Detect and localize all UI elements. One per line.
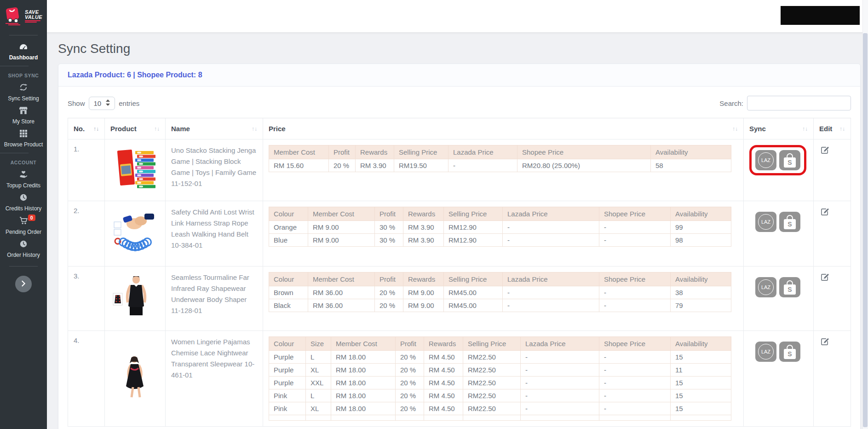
variant-value: Pink	[269, 402, 306, 415]
jenga-product-image	[111, 145, 159, 195]
variant-value: RM45.00	[444, 299, 503, 312]
price-table: ColourMember CostProfitRewardsSelling Pr…	[269, 207, 731, 247]
sidebar-item-order-history[interactable]: Order History	[0, 240, 47, 258]
variant-value: RM45.00	[444, 286, 503, 299]
variant-value: 20 %	[375, 286, 403, 299]
variant-value: -	[503, 234, 599, 247]
variant-value: RM 18.00	[331, 351, 396, 364]
variant-value	[396, 415, 424, 421]
variant-value: 38	[671, 286, 731, 299]
variant-value: RM 18.00	[331, 389, 396, 402]
sidebar-item-my-store[interactable]: My Store	[0, 107, 47, 125]
divider	[0, 66, 29, 66]
variant-value: L	[306, 389, 331, 402]
bag-body: S	[784, 284, 796, 295]
variant-value: -	[448, 159, 517, 172]
sync-buttons: LAZS	[749, 207, 806, 237]
app-logo[interactable]: SAVE VALUE	[0, 0, 47, 32]
variant-value: Blue	[269, 234, 308, 247]
sidebar-collapse-button[interactable]	[15, 276, 32, 292]
variant-value: -	[599, 299, 671, 312]
product-name-cell: Uno Stacko Stacking Jenga Game | Stackin…	[165, 139, 263, 201]
edit-button[interactable]	[819, 272, 830, 284]
variant-value: 58	[651, 159, 731, 172]
lazada-sync-button[interactable]: LAZ	[755, 277, 776, 297]
hand-heart-icon	[19, 170, 28, 180]
shopee-bag-icon: S	[784, 153, 796, 168]
column-header-product[interactable]: Product↑↓	[104, 118, 165, 139]
sidebar-item-pending-order[interactable]: 0Pending Order	[0, 217, 47, 235]
sync-buttons: LAZS	[749, 336, 806, 367]
variant-value: RM 9.00	[403, 299, 444, 312]
page-size-select[interactable]: 10	[89, 97, 115, 110]
sidebar-item-browse-product[interactable]: Browse Product	[0, 130, 47, 148]
column-header-label: Price	[269, 125, 286, 133]
store-icon	[19, 107, 28, 116]
edit-cell	[813, 139, 851, 201]
bag-body: S	[784, 349, 796, 359]
edit-button[interactable]	[819, 145, 830, 157]
column-header-edit[interactable]: Edit↑↓	[813, 118, 851, 139]
variant-row: PurpleXLRM 18.0020 %RM 4.50RM22.50--11	[269, 364, 731, 377]
shopee-sync-button[interactable]: S	[779, 150, 800, 170]
sidebar-item-credits-history[interactable]: Credits History	[0, 194, 47, 212]
sidebar: SAVE VALUE DashboardSHOP SYNCSync Settin…	[0, 0, 47, 429]
price-col-rewards: Rewards	[356, 145, 394, 159]
variant-value: 20 %	[396, 377, 424, 389]
column-header-label: Product	[110, 125, 137, 133]
sidebar-item-label: Browse Product	[0, 141, 47, 148]
variant-row-clipped	[269, 415, 731, 421]
price-col-availability: Availability	[671, 337, 731, 351]
lazada-sync-button[interactable]: LAZ	[755, 150, 776, 170]
sidebar-item-sync-setting[interactable]: Sync Setting	[0, 83, 47, 102]
shopee-sync-button[interactable]: S	[779, 212, 800, 232]
product-image-cell	[104, 267, 165, 330]
sync-cell: LAZS	[743, 139, 813, 201]
page-size-control: Show 10 entries	[68, 97, 139, 110]
column-header-price[interactable]: Price↑↓	[263, 118, 743, 139]
sidebar-item-dashboard[interactable]: Dashboard	[0, 43, 47, 61]
main-content: Sync Setting Lazada Product: 6 | Shopee …	[47, 32, 868, 429]
lazada-sync-button[interactable]: LAZ	[755, 342, 776, 362]
price-col-rewards: Rewards	[403, 272, 444, 286]
variant-value: RM 15.60	[269, 159, 329, 172]
shopee-sync-button[interactable]: S	[779, 277, 800, 297]
redacted-account-area	[781, 6, 860, 25]
price-cell: ColourMember CostProfitRewardsSelling Pr…	[263, 267, 743, 330]
variant-row: PinkXLRM 18.0020 %RM 4.50RM22.50--15	[269, 402, 731, 415]
nightwear-product-image	[111, 354, 159, 403]
edit-button[interactable]	[819, 336, 830, 348]
column-header-sync[interactable]: Sync↑↓	[743, 118, 813, 139]
product-image-cell	[104, 139, 165, 201]
search-input[interactable]	[747, 96, 851, 110]
column-header-label: No.	[74, 125, 85, 133]
column-header-no[interactable]: No.↑↓	[68, 118, 104, 139]
variant-value: 20 %	[396, 364, 424, 377]
variant-value: RM22.50	[463, 364, 521, 377]
variant-value: -	[503, 299, 599, 312]
table-row: 3.Seamless Tourmaline Far Infrared Ray S…	[68, 267, 851, 331]
variant-value: 20 %	[396, 402, 424, 415]
sync-setting-card: Lazada Product: 6 | Shopee Product: 8 Sh…	[58, 64, 861, 429]
sort-icon: ↑↓	[732, 126, 738, 132]
logo-underline-bars	[25, 20, 42, 23]
edit-button[interactable]	[819, 207, 830, 219]
lazada-sync-button[interactable]: LAZ	[755, 212, 776, 232]
table-header-row: No.↑↓Product↑↓Name↑↓Price↑↓Sync↑↓Edit↑↓	[68, 118, 851, 139]
variant-row: BrownRM 36.0020 %RM 9.00RM45.00--38	[269, 286, 731, 299]
column-header-label: Name	[171, 125, 190, 133]
scrollbar-thumb[interactable]	[863, 33, 868, 427]
red-annotation-highlight: LAZS	[749, 145, 806, 175]
price-col-shopee-price: Shopee Price	[599, 272, 671, 286]
variant-value: 20 %	[396, 351, 424, 364]
show-label: Show	[68, 99, 85, 107]
shopee-sync-button[interactable]: S	[779, 342, 800, 362]
variant-value: Brown	[269, 286, 308, 299]
product-name-cell: Seamless Tourmaline Far Infrared Ray Sha…	[165, 267, 263, 330]
sidebar-item-topup-credits[interactable]: Topup Credits	[0, 170, 47, 189]
variant-value: 20 %	[396, 389, 424, 402]
variant-value: -	[599, 221, 671, 234]
variant-value: 15	[671, 389, 731, 402]
column-header-name[interactable]: Name↑↓	[165, 118, 263, 139]
edit-pencil-icon	[820, 149, 829, 156]
